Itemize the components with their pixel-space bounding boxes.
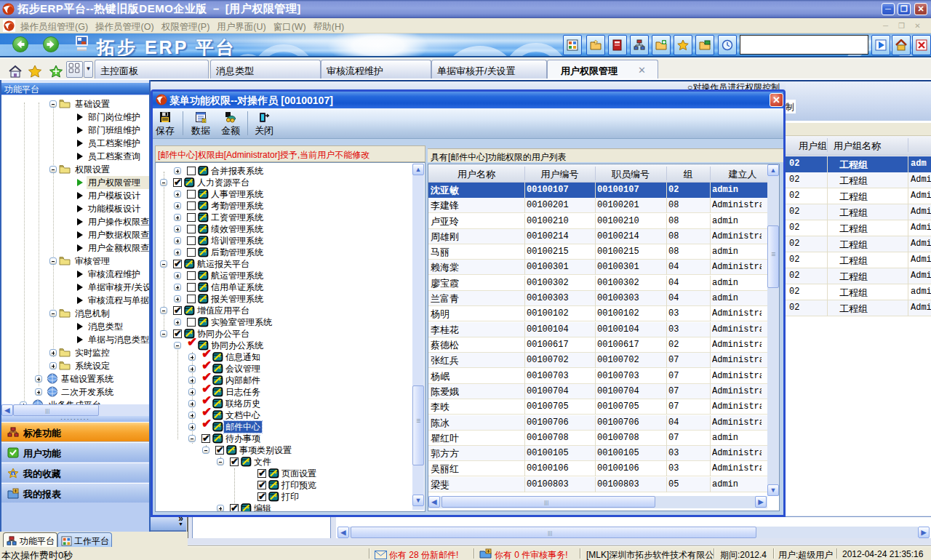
svg-text:1: 1 (203, 119, 205, 123)
